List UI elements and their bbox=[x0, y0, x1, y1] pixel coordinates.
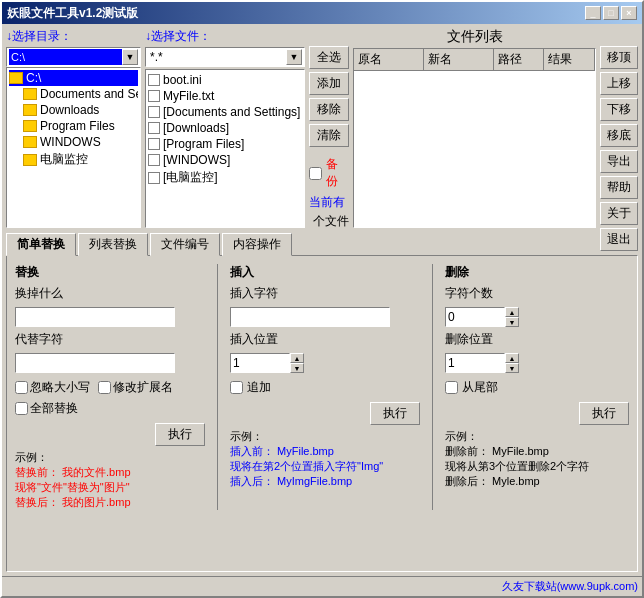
dir-combo-arrow[interactable]: ▼ bbox=[122, 49, 138, 65]
insert-pos-input[interactable] bbox=[230, 353, 290, 373]
top-section: ↓选择目录： C:\ ▼ C:\ Documents and Se bbox=[6, 28, 638, 228]
insert-example-action: 现将在第2个位置插入字符"Img" bbox=[230, 459, 420, 474]
close-button[interactable]: × bbox=[621, 6, 637, 20]
file-search-combo[interactable]: *.* ▼ bbox=[145, 47, 305, 67]
file-search-arrow[interactable]: ▼ bbox=[286, 49, 302, 65]
right-action-buttons: 移顶 上移 下移 移底 导出 帮助 关于 退出 bbox=[600, 28, 638, 228]
file-list[interactable]: boot.ini MyFile.txt [Documents and Setti… bbox=[145, 69, 305, 228]
file-item-windows-folder[interactable]: [WINDOWS] bbox=[148, 152, 302, 168]
export-button[interactable]: 导出 bbox=[600, 150, 638, 173]
insert-pos-spin-buttons: ▲ ▼ bbox=[290, 353, 304, 373]
delete-count-label: 字符个数 bbox=[445, 285, 629, 302]
replace-options-row1: 忽略大小写 修改扩展名 bbox=[15, 379, 205, 396]
file-icon bbox=[148, 172, 160, 184]
file-action-buttons: 全选 添加 移除 清除 备份 当前有 个文件 bbox=[309, 28, 349, 228]
delete-title: 删除 bbox=[445, 264, 629, 281]
delete-execute-button[interactable]: 执行 bbox=[579, 402, 629, 425]
file-item-myfile[interactable]: MyFile.txt bbox=[148, 88, 302, 104]
replace-all-checkbox[interactable] bbox=[15, 402, 28, 415]
insert-column: 插入 插入字符 插入位置 ▲ ▼ 追 bbox=[230, 264, 420, 510]
table-header: 原名 新名 路径 结果 bbox=[354, 49, 595, 71]
delete-pos-input[interactable] bbox=[445, 353, 505, 373]
replace-title: 替换 bbox=[15, 264, 205, 281]
folder-icon bbox=[23, 88, 37, 100]
file-count-label: 个文件 bbox=[309, 213, 349, 230]
about-button[interactable]: 关于 bbox=[600, 202, 638, 225]
delete-column: 删除 字符个数 ▲ ▼ 删除位置 bbox=[445, 264, 629, 510]
from-end-checkbox[interactable] bbox=[445, 381, 458, 394]
tree-item-dianjian[interactable]: 电脑监控 bbox=[9, 150, 138, 169]
delete-count-input[interactable] bbox=[445, 307, 505, 327]
th-new: 新名 bbox=[424, 49, 494, 70]
backup-checkbox[interactable] bbox=[309, 167, 322, 180]
ignore-case-checkbox[interactable] bbox=[15, 381, 28, 394]
append-checkbox[interactable] bbox=[230, 381, 243, 394]
tab-content-op[interactable]: 内容操作 bbox=[222, 233, 292, 256]
title-bar: 妖眼文件工具v1.2测试版 _ □ × bbox=[2, 2, 642, 24]
tree-item-programfiles[interactable]: Program Files bbox=[9, 118, 138, 134]
insert-execute-button[interactable]: 执行 bbox=[370, 402, 420, 425]
file-section: ↓选择文件： *.* ▼ boot.ini MyFile.txt bbox=[145, 28, 305, 228]
file-item-dianjian-folder[interactable]: [电脑监控] bbox=[148, 168, 302, 187]
help-button[interactable]: 帮助 bbox=[600, 176, 638, 199]
insert-example-after: 插入后： MyImgFile.bmp bbox=[230, 474, 420, 489]
status-text: 久友下载站(www.9upk.com) bbox=[502, 580, 638, 592]
move-up-button[interactable]: 上移 bbox=[600, 72, 638, 95]
minimize-button[interactable]: _ bbox=[585, 6, 601, 20]
select-all-button[interactable]: 全选 bbox=[309, 46, 349, 69]
delete-count-up[interactable]: ▲ bbox=[505, 307, 519, 317]
tab-content-area: 替换 换掉什么 代替字符 忽略大小写 修改扩展名 bbox=[6, 255, 638, 572]
insert-execute-row: 执行 bbox=[230, 402, 420, 425]
window-controls: _ □ × bbox=[585, 6, 637, 20]
insert-pos-down[interactable]: ▼ bbox=[290, 363, 304, 373]
dir-combo[interactable]: C:\ ▼ bbox=[6, 47, 141, 67]
move-bottom-button[interactable]: 移底 bbox=[600, 124, 638, 147]
folder-icon bbox=[9, 72, 23, 84]
tab-list-replace[interactable]: 列表替换 bbox=[78, 233, 148, 256]
insert-char-input[interactable] bbox=[230, 307, 390, 327]
tab-bar: 简单替换 列表替换 文件编号 内容操作 bbox=[6, 232, 638, 255]
tab-simple-replace[interactable]: 简单替换 bbox=[6, 233, 76, 256]
replace-example-action: 现将"文件"替换为"图片" bbox=[15, 480, 205, 495]
maximize-button[interactable]: □ bbox=[603, 6, 619, 20]
clear-button[interactable]: 清除 bbox=[309, 124, 349, 147]
delete-pos-down[interactable]: ▼ bbox=[505, 363, 519, 373]
remove-button[interactable]: 移除 bbox=[309, 98, 349, 121]
file-icon bbox=[148, 138, 160, 150]
with-input[interactable] bbox=[15, 353, 175, 373]
folder-icon bbox=[23, 120, 37, 132]
replace-example-after: 替换后： 我的图片.bmp bbox=[15, 495, 205, 510]
tree-item-downloads[interactable]: Downloads bbox=[9, 102, 138, 118]
file-item-docs-folder[interactable]: [Documents and Settings] bbox=[148, 104, 302, 120]
tab-inner: 替换 换掉什么 代替字符 忽略大小写 修改扩展名 bbox=[15, 264, 629, 510]
modify-ext-checkbox[interactable] bbox=[98, 381, 111, 394]
replace-execute-button[interactable]: 执行 bbox=[155, 423, 205, 446]
append-row: 追加 bbox=[230, 379, 420, 396]
delete-count-spinbox: ▲ ▼ bbox=[445, 307, 629, 327]
insert-char-label: 插入字符 bbox=[230, 285, 420, 302]
tree-item-docs[interactable]: Documents and Se bbox=[9, 86, 138, 102]
file-item-programfiles-folder[interactable]: [Program Files] bbox=[148, 136, 302, 152]
th-path: 路径 bbox=[494, 49, 544, 70]
delete-count-down[interactable]: ▼ bbox=[505, 317, 519, 327]
move-top-button[interactable]: 移顶 bbox=[600, 46, 638, 69]
insert-pos-up[interactable]: ▲ bbox=[290, 353, 304, 363]
file-item-downloads-folder[interactable]: [Downloads] bbox=[148, 120, 302, 136]
what-input[interactable] bbox=[15, 307, 175, 327]
delete-pos-up[interactable]: ▲ bbox=[505, 353, 519, 363]
move-down-button[interactable]: 下移 bbox=[600, 98, 638, 121]
insert-pos-spinbox: ▲ ▼ bbox=[230, 353, 420, 373]
what-label: 换掉什么 bbox=[15, 285, 205, 302]
file-item-bootini[interactable]: boot.ini bbox=[148, 72, 302, 88]
file-icon bbox=[148, 154, 160, 166]
tree-item-root[interactable]: C:\ bbox=[9, 70, 138, 86]
tab-file-number[interactable]: 文件编号 bbox=[150, 233, 220, 256]
replace-options-row2: 全部替换 bbox=[15, 400, 205, 417]
file-label: ↓选择文件： bbox=[145, 28, 305, 45]
dir-tree[interactable]: C:\ Documents and Se Downloads Program F… bbox=[6, 67, 141, 228]
delete-example-action: 现将从第3个位置删除2个字符 bbox=[445, 459, 629, 474]
file-table-title: 文件列表 bbox=[353, 28, 596, 46]
window-title: 妖眼文件工具v1.2测试版 bbox=[7, 5, 138, 22]
tree-item-windows[interactable]: WINDOWS bbox=[9, 134, 138, 150]
add-button[interactable]: 添加 bbox=[309, 72, 349, 95]
